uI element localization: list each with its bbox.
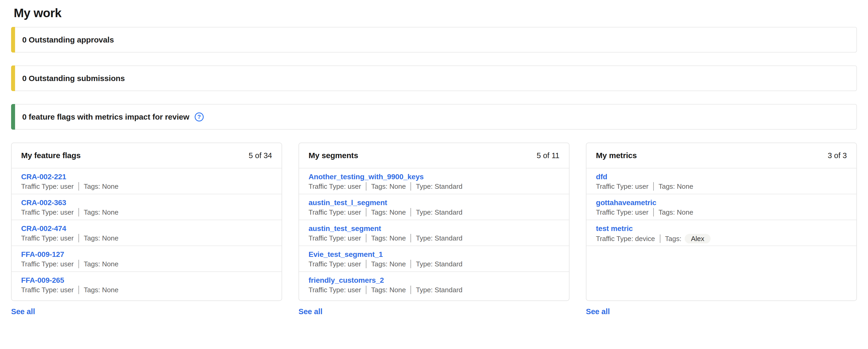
meta-value: Traffic Type: user	[596, 208, 649, 216]
item-name-link[interactable]: austin_test_segment	[309, 224, 381, 233]
list-item: friendly_customers_2 Traffic Type: userT…	[299, 272, 569, 298]
list-item: CRA-002-474 Traffic Type: userTags: None	[11, 220, 282, 246]
list-item: FFA-009-127 Traffic Type: userTags: None	[11, 246, 282, 272]
card-header: My feature flags 5 of 34	[11, 143, 282, 168]
meta-value: Type: Standard	[416, 260, 462, 268]
item-name-link[interactable]: CRA-002-221	[21, 172, 66, 182]
meta-value: Tags: None	[658, 183, 693, 190]
meta-value: Tags: None	[84, 208, 119, 216]
list-item: test metric Traffic Type: deviceTags:Ale…	[586, 220, 857, 246]
meta-value: Type: Standard	[416, 183, 462, 190]
item-name-link[interactable]: Another_testing_with_9900_keys	[309, 172, 424, 182]
meta-value: Traffic Type: device	[596, 235, 655, 243]
item-meta: Traffic Type: userTags: None	[21, 182, 272, 191]
meta-divider	[653, 208, 654, 217]
page-title: My work	[14, 6, 857, 20]
card-item-list: Another_testing_with_9900_keys Traffic T…	[299, 168, 569, 300]
meta-value: Tags: None	[371, 260, 406, 268]
card-count: 5 of 11	[536, 151, 559, 160]
item-name-link[interactable]: dfd	[596, 172, 607, 182]
item-name-link[interactable]: FFA-009-127	[21, 250, 64, 259]
list-item: CRA-002-363 Traffic Type: userTags: None	[11, 194, 282, 220]
card-title: My feature flags	[21, 151, 81, 160]
alert-text: 0 Outstanding submissions	[22, 74, 125, 83]
alert-accent-bar	[11, 27, 15, 53]
item-meta: Traffic Type: deviceTags:Alex	[596, 234, 847, 244]
meta-value: Traffic Type: user	[21, 260, 74, 268]
meta-value: Tags: None	[371, 286, 406, 294]
list-item: dfd Traffic Type: userTags: None	[586, 168, 857, 194]
meta-divider	[366, 234, 366, 242]
meta-divider	[79, 234, 79, 242]
item-meta: Traffic Type: userTags: None	[596, 208, 847, 217]
item-meta: Traffic Type: userTags: None	[596, 182, 847, 191]
card-item-list: CRA-002-221 Traffic Type: userTags: None…	[11, 168, 282, 300]
card-column: My feature flags 5 of 34 CRA-002-221 Tra…	[11, 142, 282, 316]
meta-label: Tags:	[665, 235, 682, 243]
list-item: austin_test_segment Traffic Type: userTa…	[299, 220, 569, 246]
meta-value: Traffic Type: user	[21, 208, 74, 216]
alerts-section: 0 Outstanding approvals 0 Outstanding su…	[11, 27, 857, 130]
card-column: My metrics 3 of 3 dfd Traffic Type: user…	[586, 142, 857, 316]
meta-value: Traffic Type: user	[309, 286, 361, 294]
item-name-link[interactable]: austin_test_l_segment	[309, 198, 387, 208]
meta-divider	[366, 182, 366, 191]
item-name-link[interactable]: friendly_customers_2	[309, 276, 384, 285]
item-name-link[interactable]: CRA-002-474	[21, 224, 66, 233]
alert-banner: 0 Outstanding submissions	[11, 65, 857, 91]
meta-divider	[79, 286, 79, 294]
meta-value: Traffic Type: user	[309, 183, 361, 190]
list-item: Evie_test_segment_1 Traffic Type: userTa…	[299, 246, 569, 272]
card-title: My metrics	[596, 151, 637, 160]
item-meta: Traffic Type: userTags: NoneType: Standa…	[309, 182, 559, 191]
alert-text: 0 feature flags with metrics impact for …	[22, 113, 189, 121]
meta-value: Type: Standard	[416, 286, 462, 294]
tag-chip: Alex	[685, 234, 711, 244]
meta-divider	[79, 208, 79, 217]
meta-divider	[410, 260, 411, 268]
card-title: My segments	[309, 151, 358, 160]
meta-value: Tags: None	[371, 183, 406, 190]
item-name-link[interactable]: gottahaveametric	[596, 198, 656, 208]
card: My segments 5 of 11 Another_testing_with…	[299, 142, 569, 301]
item-name-link[interactable]: test metric	[596, 224, 633, 233]
alert-accent-bar	[11, 104, 15, 130]
meta-value: Tags: None	[84, 234, 119, 242]
meta-value: Tags: None	[84, 260, 119, 268]
meta-value: Traffic Type: user	[21, 286, 74, 294]
cards-section: My feature flags 5 of 34 CRA-002-221 Tra…	[11, 142, 857, 316]
alert-banner: 0 feature flags with metrics impact for …	[11, 104, 857, 130]
see-all-link[interactable]: See all	[299, 307, 322, 316]
list-item: CRA-002-221 Traffic Type: userTags: None	[11, 168, 282, 194]
item-name-link[interactable]: FFA-009-265	[21, 276, 64, 285]
item-meta: Traffic Type: userTags: None	[21, 260, 272, 268]
meta-value: Traffic Type: user	[309, 234, 361, 242]
meta-value: Traffic Type: user	[596, 183, 649, 190]
meta-divider	[410, 182, 411, 191]
meta-divider	[410, 208, 411, 217]
meta-divider	[79, 182, 79, 191]
meta-value: Traffic Type: user	[309, 260, 361, 268]
meta-value: Tags: None	[658, 208, 693, 216]
meta-divider	[79, 260, 79, 268]
meta-divider	[410, 286, 411, 294]
question-circle-icon[interactable]: ?	[195, 113, 204, 121]
item-name-link[interactable]: Evie_test_segment_1	[309, 250, 383, 259]
see-all-link[interactable]: See all	[11, 307, 35, 316]
item-meta: Traffic Type: userTags: None	[21, 234, 272, 242]
list-item: austin_test_l_segment Traffic Type: user…	[299, 194, 569, 220]
card: My feature flags 5 of 34 CRA-002-221 Tra…	[11, 142, 282, 301]
meta-value: Tags: None	[371, 208, 406, 216]
card-column: My segments 5 of 11 Another_testing_with…	[299, 142, 569, 316]
meta-divider	[366, 260, 366, 268]
meta-value: Tags: None	[84, 183, 119, 190]
card-header: My segments 5 of 11	[299, 143, 569, 168]
meta-divider	[660, 234, 660, 243]
item-meta: Traffic Type: userTags: NoneType: Standa…	[309, 286, 559, 294]
meta-divider	[366, 286, 366, 294]
see-all-link[interactable]: See all	[586, 307, 610, 316]
meta-value: Traffic Type: user	[21, 234, 74, 242]
item-meta: Traffic Type: userTags: NoneType: Standa…	[309, 234, 559, 242]
item-name-link[interactable]: CRA-002-363	[21, 198, 66, 208]
meta-value: Tags: None	[84, 286, 119, 294]
